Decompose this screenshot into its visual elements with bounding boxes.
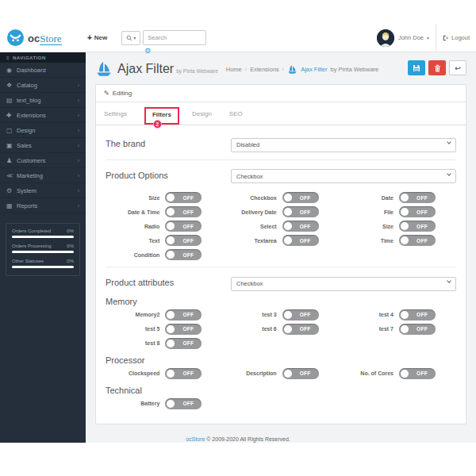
toggle-switch[interactable]: OFF — [399, 309, 436, 321]
toggle-switch[interactable]: OFF — [165, 398, 202, 409]
breadcrumb-home[interactable]: Home — [226, 66, 242, 73]
toggle-label: test 5 — [145, 326, 159, 332]
toggle-label: Memory2 — [136, 312, 160, 317]
search-input[interactable] — [143, 30, 206, 45]
floppy-save-icon — [413, 64, 420, 72]
toggle-label: test 7 — [379, 326, 393, 332]
toggle-state: OFF — [175, 195, 202, 201]
tab[interactable]: Design — [192, 110, 212, 125]
toggle-switch[interactable]: OFF — [165, 324, 202, 335]
toggle-switch[interactable]: OFF — [165, 338, 202, 349]
sidebar-stat: Orders Completed 0% — [12, 228, 74, 238]
product-attributes-select[interactable]: Checkbox — [231, 277, 456, 291]
sidebar-item[interactable]: ✚ Extensions › — [0, 108, 86, 123]
sidebar-item[interactable]: ▢ Design › — [0, 123, 86, 138]
stat-value: 0% — [67, 228, 74, 233]
toggle-knob — [401, 222, 409, 230]
brand-select[interactable]: Disabled — [231, 138, 456, 152]
tab-label: Design — [192, 110, 212, 117]
tab[interactable]: Filters 2 — [144, 107, 179, 125]
breadcrumb-extensions[interactable]: Extensions — [250, 66, 279, 73]
toggle-knob — [284, 311, 292, 319]
toggle-state: OFF — [175, 209, 202, 215]
save-button[interactable] — [408, 60, 425, 75]
search-scope-button[interactable]: ▾ — [121, 31, 140, 45]
tab[interactable]: SEO — [229, 110, 243, 125]
toggle-knob — [167, 400, 175, 408]
toggle-switch[interactable]: OFF — [282, 221, 319, 232]
sidebar-item[interactable]: ♟ Customers › — [0, 153, 86, 168]
toggle-knob — [401, 194, 409, 202]
toggle-row: Textarea OFF — [222, 235, 339, 246]
logout-icon — [443, 35, 449, 41]
toggle-label: test 4 — [379, 312, 393, 317]
toggle-label: test 8 — [145, 340, 159, 346]
toggle-state: OFF — [175, 224, 202, 229]
brand-label: The brand — [106, 139, 231, 148]
breadcrumb-current-link[interactable]: Ajax Filter — [301, 66, 327, 73]
user-menu[interactable]: John Doe — [398, 34, 424, 41]
toggle-switch[interactable]: OFF — [282, 235, 319, 246]
sidebar-item[interactable]: ◉ Dashboard › — [0, 63, 86, 78]
sidebar-item[interactable]: ❖ Catalog › — [0, 78, 86, 93]
sidebar-item[interactable]: ▣ Sales › — [0, 138, 86, 153]
panel-heading-label: Editing — [113, 90, 132, 97]
toggle-switch[interactable]: OFF — [165, 192, 202, 203]
toggle-switch[interactable]: OFF — [165, 249, 202, 260]
toggle-switch[interactable]: OFF — [165, 235, 202, 246]
sidebar-item-icon: ▤ — [6, 97, 17, 104]
toggle-knob — [167, 311, 175, 319]
toggle-switch[interactable]: OFF — [282, 309, 319, 321]
toggle-row: Text OFF — [106, 235, 222, 246]
ocstore-logo[interactable]: ocStore — [0, 29, 86, 47]
toggle-label: Size — [148, 195, 159, 201]
toggle-state: OFF — [175, 252, 202, 258]
sidebar-item[interactable]: ▤ text_blog › — [0, 93, 86, 108]
toggle-state: OFF — [175, 312, 202, 317]
toggle-state: OFF — [175, 401, 202, 406]
logout-button[interactable]: Logout — [443, 34, 470, 41]
sidebar-item-label: Extensions — [17, 112, 46, 119]
product-attributes-label: Product attributes — [106, 278, 231, 287]
back-button[interactable]: ↩ — [449, 60, 466, 75]
sidebar: ≡ NAVIGATION ◉ Dashboard › ❖ Catalog › ▤… — [0, 52, 86, 443]
product-options-toggle-grid: Size OFF Checkbox OFF — [106, 192, 456, 260]
toggle-switch[interactable]: OFF — [282, 206, 319, 217]
editing-panel: ✎ Editing Settings Filters 2 Design — [95, 84, 466, 424]
toggle-state: OFF — [292, 370, 319, 376]
toggle-switch[interactable]: OFF — [282, 192, 319, 203]
toggle-knob — [401, 208, 409, 216]
toggle-switch[interactable]: OFF — [282, 324, 319, 335]
toggle-switch[interactable]: OFF — [399, 235, 436, 246]
toggle-label: File — [384, 209, 393, 215]
product-options-select[interactable]: Checkbox — [231, 169, 456, 183]
sidebar-item[interactable]: ⚙ System › — [0, 183, 86, 198]
delete-button[interactable] — [428, 60, 446, 75]
avatar[interactable] — [377, 29, 394, 47]
footer-ocstore-link[interactable]: ocStore — [186, 436, 205, 442]
toggle-switch[interactable]: OFF — [399, 192, 436, 203]
toggle-switch[interactable]: OFF — [165, 221, 202, 232]
toggle-row: Memory2 OFF — [106, 309, 222, 321]
toggle-switch[interactable]: OFF — [165, 206, 202, 217]
toggle-switch[interactable]: OFF — [399, 368, 436, 379]
toggle-switch[interactable]: OFF — [399, 221, 436, 232]
page-title-byline: by Pinta Webware — [176, 68, 218, 74]
toggle-switch[interactable]: OFF — [399, 206, 436, 217]
sidebar-item[interactable]: ▦ Reports › — [0, 198, 86, 213]
sidebar-nav: ◉ Dashboard › ❖ Catalog › ▤ text_blog › … — [0, 63, 86, 213]
toggle-switch[interactable]: OFF — [165, 368, 202, 379]
chevron-right-icon: › — [78, 128, 79, 133]
sidebar-item-label: Customers — [17, 157, 45, 164]
new-button[interactable]: + New — [87, 33, 107, 42]
sidebar-stat: Other Statuses 0% — [12, 259, 74, 268]
toggle-switch[interactable]: OFF — [282, 368, 319, 379]
page-header: Ajax Filterby Pinta Webware Home › Exten… — [86, 52, 476, 84]
toggle-label: Clockspeed — [129, 370, 159, 376]
toggle-switch[interactable]: OFF — [165, 309, 202, 321]
toggle-switch[interactable]: OFF — [399, 324, 436, 335]
toggle-label: Date — [382, 195, 393, 201]
tab[interactable]: Settings — [104, 110, 127, 125]
app-window: ocStore + New ▾ ⚙ John Doe — [0, 24, 476, 443]
sidebar-item[interactable]: ≪ Marketing › — [0, 168, 86, 183]
